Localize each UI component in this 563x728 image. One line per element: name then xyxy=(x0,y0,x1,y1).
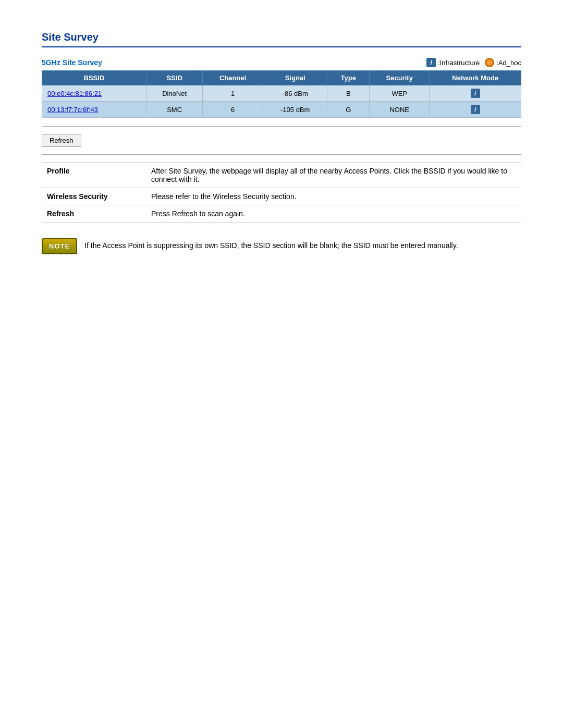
col-network-mode: Network Mode xyxy=(430,71,521,85)
title-divider xyxy=(42,46,521,47)
channel-cell: 6 xyxy=(203,102,263,118)
ssid-cell: SMC xyxy=(146,102,203,118)
network-mode-cell: i xyxy=(430,102,521,118)
security-cell: WEP xyxy=(369,85,430,102)
description-text: Please refer to the Wireless Security se… xyxy=(146,188,521,205)
survey-table: BSSID SSID Channel Signal Type Security … xyxy=(42,70,521,118)
col-bssid: BSSID xyxy=(42,71,146,85)
adhoc-label: :Ad_hoc xyxy=(496,59,521,67)
type-cell: B xyxy=(327,85,369,102)
bssid-cell[interactable]: 00:13:f7:7c:6f:43 xyxy=(42,102,146,118)
description-text: After Site Survey, the webpage will disp… xyxy=(146,163,521,188)
network-mode-icon[interactable]: i xyxy=(471,105,480,114)
legend: i :Infrastructure :Ad_hoc xyxy=(426,58,521,67)
description-text: Press Refresh to scan again. xyxy=(146,205,521,223)
network-mode-icon[interactable]: i xyxy=(471,89,480,98)
table-header-row: BSSID SSID Channel Signal Type Security … xyxy=(42,71,521,85)
signal-cell: -86 dBm xyxy=(263,85,327,102)
description-row: RefreshPress Refresh to scan again. xyxy=(42,205,521,223)
description-row: ProfileAfter Site Survey, the webpage wi… xyxy=(42,163,521,188)
col-ssid: SSID xyxy=(146,71,203,85)
description-term: Wireless Security xyxy=(42,188,146,205)
description-term: Profile xyxy=(42,163,146,188)
legend-infrastructure: i :Infrastructure xyxy=(426,58,480,67)
infrastructure-icon: i xyxy=(426,58,436,67)
table-row: 00:e0:4c:81:86:21DinoNet1-86 dBmBWEPi xyxy=(42,85,521,102)
ssid-cell: DinoNet xyxy=(146,85,203,102)
col-security: Security xyxy=(369,71,430,85)
legend-adhoc: :Ad_hoc xyxy=(485,58,521,67)
description-table: ProfileAfter Site Survey, the webpage wi… xyxy=(42,162,521,223)
page-title: Site Survey xyxy=(42,31,521,43)
infrastructure-label: :Infrastructure xyxy=(438,59,480,67)
section-divider-top xyxy=(42,126,521,127)
adhoc-icon xyxy=(485,58,494,67)
table-row: 00:13:f7:7c:6f:43SMC6-105 dBmGNONEi xyxy=(42,102,521,118)
description-term: Refresh xyxy=(42,205,146,223)
type-cell: G xyxy=(327,102,369,118)
security-cell: NONE xyxy=(369,102,430,118)
section-divider-bottom xyxy=(42,154,521,155)
note-badge: NOTE xyxy=(42,238,77,254)
note-section: NOTE If the Access Point is suppressing … xyxy=(42,238,521,254)
refresh-button[interactable]: Refresh xyxy=(42,134,81,147)
network-mode-cell: i xyxy=(430,85,521,102)
col-signal: Signal xyxy=(263,71,327,85)
section-title: 5GHz Site Survey xyxy=(42,58,102,67)
description-row: Wireless SecurityPlease refer to the Wir… xyxy=(42,188,521,205)
col-type: Type xyxy=(327,71,369,85)
bssid-cell[interactable]: 00:e0:4c:81:86:21 xyxy=(42,85,146,102)
channel-cell: 1 xyxy=(203,85,263,102)
section-header: 5GHz Site Survey i :Infrastructure :Ad_h… xyxy=(42,58,521,67)
note-text: If the Access Point is suppressing its o… xyxy=(84,238,458,251)
col-channel: Channel xyxy=(203,71,263,85)
signal-cell: -105 dBm xyxy=(263,102,327,118)
